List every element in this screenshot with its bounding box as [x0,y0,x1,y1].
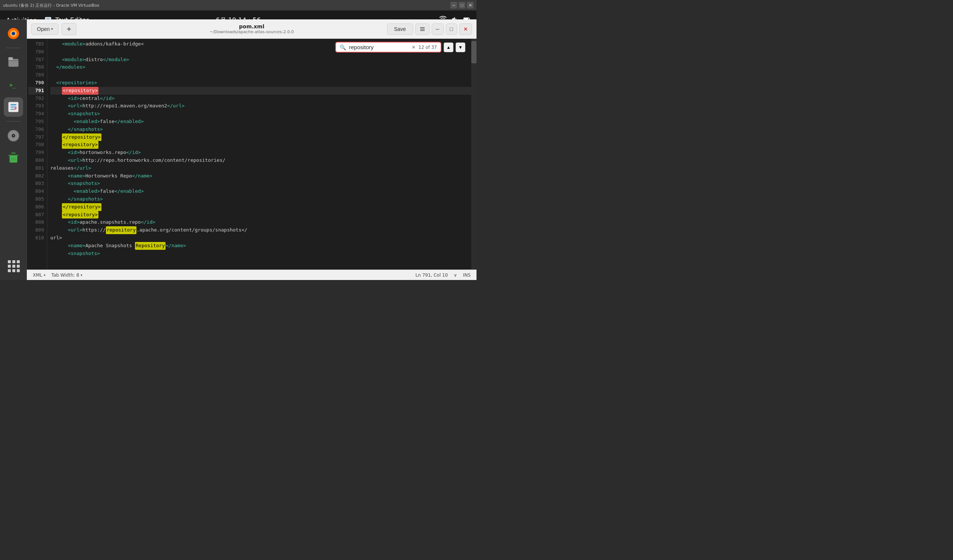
svg-point-9 [12,32,15,36]
hamburger-icon [419,26,425,32]
code-line-808: <url>https://repository.apache.org/conte… [50,226,473,234]
minimize-window-btn[interactable]: ─ [450,2,457,9]
terminal-icon: >_ [7,78,20,92]
code-line-791: <repository> [50,87,473,95]
application-dock: >_ [0,19,27,280]
file-title: pom.xml [210,23,294,30]
firefox-icon [7,27,20,40]
window-controls: ─ □ ✕ [450,2,473,9]
minimize-editor-btn[interactable]: ─ [432,23,444,35]
status-right: Ln 791, Col 10 ∨ INS [415,273,470,278]
dock-item-files[interactable] [4,53,23,72]
file-path: ~/Downloads/apache-atlas-sources-2.0.0 [210,29,294,34]
open-button[interactable]: Open ▾ [31,23,59,35]
file-info: pom.xml ~/Downloads/apache-atlas-sources… [210,23,294,35]
language-label: XML [33,273,42,278]
code-line-806: <repository> [50,211,473,219]
svg-text:>_: >_ [9,82,16,88]
dock-item-terminal[interactable]: >_ [4,75,23,94]
title-bar: ubuntu (备份 2) 正在运行 - Oracle VM VirtualBo… [0,0,476,11]
code-line-810: <snapshots> [50,250,473,258]
search-input[interactable] [349,44,409,50]
cursor-position: Ln 791, Col 10 [415,273,448,278]
line-numbers: 785 786 787 788 789 790 791 792 793 794 … [27,39,47,270]
save-button[interactable]: Save [387,23,413,35]
text-editor-dock-icon [7,100,20,114]
files-icon [7,56,20,69]
code-line-793: <url>http://repo1.maven.org/maven2</url> [50,102,473,110]
dock-separator-1 [6,48,21,48]
code-line-804: </snapshots> [50,195,473,203]
dock-item-firefox[interactable] [4,24,23,43]
search-input-container[interactable]: 🔍 ✕ 12 of 37 [335,42,441,53]
open-label: Open [37,26,50,32]
code-line-795: <enabled>false</enabled> [50,118,473,126]
svg-point-20 [13,135,14,137]
code-line-802: <snapshots> [50,180,473,188]
dvd-icon [7,129,20,143]
svg-rect-11 [8,57,13,60]
editor-area[interactable]: 785 786 787 788 789 790 791 792 793 794 … [27,39,476,270]
insert-mode-label: INS [463,273,470,278]
svg-rect-10 [8,59,18,67]
code-line-796: </snapshots> [50,126,473,133]
dock-item-show-apps[interactable] [4,256,23,276]
code-line-800: <url>http://repo.hortonworks.com/content… [50,157,473,164]
language-dropdown-icon: ▾ [43,273,45,277]
search-next-button[interactable]: ▼ [456,42,465,52]
code-line-805: </repository> [50,203,473,211]
code-line-789 [50,71,473,79]
code-line-799: <id>hortonworks.repo</id> [50,149,473,157]
search-count: 12 of 37 [418,45,437,50]
menu-button[interactable] [415,23,430,35]
toolbar-right-actions: Save ─ □ ✕ [387,23,472,35]
close-window-btn[interactable]: ✕ [467,2,473,9]
code-line-803: <enabled>false</enabled> [50,188,473,195]
code-line-787: <module>distro</module> [50,56,473,64]
title-bar-text: ubuntu (备份 2) 正在运行 - Oracle VM VirtualBo… [3,3,99,8]
language-selector[interactable]: XML ▾ [33,273,45,278]
code-line-801: <name>Hortonworks Repo</name> [50,172,473,180]
trash-icon [7,151,20,165]
code-line-797: </repository> [50,133,473,141]
position-down-arrow[interactable]: ∨ [454,273,457,278]
search-bar-wrapper: 🔍 ✕ 12 of 37 ▲ ▼ [335,42,465,53]
close-editor-btn[interactable]: ✕ [459,23,472,35]
code-line-809: <name>Apache Snapshots Repository</name> [50,242,473,250]
search-icon: 🔍 [340,44,346,50]
tab-width-label: Tab Width: 8 [51,273,79,278]
new-tab-button[interactable] [62,23,76,35]
search-prev-button[interactable]: ▲ [444,42,453,52]
dock-item-text-editor[interactable] [4,97,23,117]
maximize-editor-btn[interactable]: □ [446,23,457,35]
code-line-788: </modules> [50,64,473,71]
new-tab-icon [66,26,72,33]
dock-item-trash[interactable] [4,148,23,168]
open-dropdown-icon: ▾ [51,27,53,31]
maximize-window-btn[interactable]: □ [459,2,465,9]
code-line-808b: url> [50,234,473,242]
code-line-792: <id>central</id> [50,95,473,102]
main-content: Open ▾ pom.xml ~/Downloads/apache-atlas-… [27,19,476,280]
code-content[interactable]: <module>addons/kafka-bridge< <module>dis… [47,39,476,270]
scrollbar-thumb[interactable] [471,41,476,64]
dock-separator-2 [6,121,21,121]
dock-item-dvd[interactable] [4,126,23,146]
code-line-794: <snapshots> [50,110,473,118]
search-clear-icon[interactable]: ✕ [411,45,415,50]
code-line-800b: releases</url> [50,164,473,172]
tab-width-dropdown-icon: ▾ [81,273,82,277]
vertical-scrollbar[interactable] [471,39,476,270]
status-bar: XML ▾ Tab Width: 8 ▾ Ln 791, Col 10 ∨ IN… [27,270,476,280]
search-bar: 🔍 ✕ 12 of 37 ▲ ▼ [335,42,465,53]
apps-grid-icon [7,259,20,273]
code-line-798: <repository> [50,141,473,149]
tab-width-selector[interactable]: Tab Width: 8 ▾ [51,273,82,278]
code-line-807: <id>apache.snapshots.repo</id> [50,219,473,226]
code-line-790: <repositories> [50,79,473,87]
editor-toolbar: Open ▾ pom.xml ~/Downloads/apache-atlas-… [27,19,476,39]
